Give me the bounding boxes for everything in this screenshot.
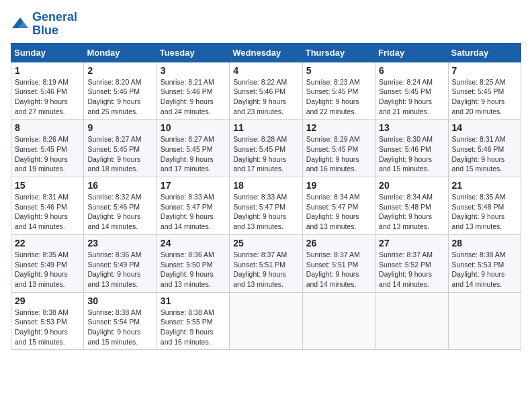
calendar-week-5: 29Sunrise: 8:38 AMSunset: 5:53 PMDayligh… xyxy=(11,292,521,350)
weekday-header-sunday: Sunday xyxy=(11,43,84,62)
calendar-week-2: 8Sunrise: 8:26 AMSunset: 5:45 PMDaylight… xyxy=(11,120,521,177)
logo-icon xyxy=(11,15,30,34)
day-info: Sunrise: 8:36 AMSunset: 5:49 PMDaylight:… xyxy=(87,250,152,289)
calendar-cell: 12Sunrise: 8:29 AMSunset: 5:45 PMDayligh… xyxy=(302,120,375,177)
day-number: 7 xyxy=(452,65,517,76)
day-number: 28 xyxy=(452,238,517,248)
day-number: 12 xyxy=(306,122,371,133)
day-info: Sunrise: 8:37 AMSunset: 5:52 PMDaylight:… xyxy=(379,250,444,289)
day-number: 19 xyxy=(306,180,371,191)
day-number: 21 xyxy=(452,180,517,191)
day-info: Sunrise: 8:28 AMSunset: 5:45 PMDaylight:… xyxy=(233,134,298,174)
calendar-cell: 31Sunrise: 8:38 AMSunset: 5:55 PMDayligh… xyxy=(157,292,229,350)
calendar-cell: 10Sunrise: 8:27 AMSunset: 5:45 PMDayligh… xyxy=(157,120,229,177)
calendar-cell: 16Sunrise: 8:32 AMSunset: 5:46 PMDayligh… xyxy=(84,177,157,235)
day-info: Sunrise: 8:31 AMSunset: 5:46 PMDaylight:… xyxy=(15,192,80,232)
day-number: 27 xyxy=(379,238,444,248)
day-info: Sunrise: 8:25 AMSunset: 5:45 PMDaylight:… xyxy=(452,77,517,117)
day-number: 26 xyxy=(306,238,371,248)
calendar-cell: 27Sunrise: 8:37 AMSunset: 5:52 PMDayligh… xyxy=(375,234,448,292)
calendar-cell: 30Sunrise: 8:38 AMSunset: 5:54 PMDayligh… xyxy=(84,292,157,350)
calendar-cell: 18Sunrise: 8:33 AMSunset: 5:47 PMDayligh… xyxy=(230,177,302,235)
day-number: 10 xyxy=(161,122,226,133)
calendar-cell: 17Sunrise: 8:33 AMSunset: 5:47 PMDayligh… xyxy=(157,177,229,235)
day-number: 22 xyxy=(15,238,80,248)
logo: General Blue xyxy=(11,11,77,38)
calendar-cell: 15Sunrise: 8:31 AMSunset: 5:46 PMDayligh… xyxy=(11,177,84,235)
day-info: Sunrise: 8:29 AMSunset: 5:45 PMDaylight:… xyxy=(306,134,371,174)
day-info: Sunrise: 8:34 AMSunset: 5:48 PMDaylight:… xyxy=(379,192,444,232)
calendar-cell: 3Sunrise: 8:21 AMSunset: 5:46 PMDaylight… xyxy=(157,62,229,120)
day-number: 2 xyxy=(87,65,152,76)
day-info: Sunrise: 8:38 AMSunset: 5:55 PMDaylight:… xyxy=(161,308,226,347)
calendar-cell: 1Sunrise: 8:19 AMSunset: 5:46 PMDaylight… xyxy=(11,62,84,120)
calendar-cell xyxy=(375,292,448,350)
calendar-cell: 8Sunrise: 8:26 AMSunset: 5:45 PMDaylight… xyxy=(11,120,84,177)
calendar-header-row: SundayMondayTuesdayWednesdayThursdayFrid… xyxy=(11,43,521,62)
day-info: Sunrise: 8:21 AMSunset: 5:46 PMDaylight:… xyxy=(161,77,226,117)
calendar-cell: 23Sunrise: 8:36 AMSunset: 5:49 PMDayligh… xyxy=(84,234,157,292)
day-number: 14 xyxy=(452,122,517,133)
calendar-cell: 2Sunrise: 8:20 AMSunset: 5:46 PMDaylight… xyxy=(84,62,157,120)
day-info: Sunrise: 8:36 AMSunset: 5:50 PMDaylight:… xyxy=(161,250,226,289)
calendar-cell: 5Sunrise: 8:23 AMSunset: 5:45 PMDaylight… xyxy=(302,62,375,120)
calendar-cell xyxy=(302,292,375,350)
calendar-cell: 9Sunrise: 8:27 AMSunset: 5:45 PMDaylight… xyxy=(84,120,157,177)
day-info: Sunrise: 8:31 AMSunset: 5:46 PMDaylight:… xyxy=(452,134,517,174)
day-number: 17 xyxy=(161,180,226,191)
calendar-cell: 28Sunrise: 8:38 AMSunset: 5:53 PMDayligh… xyxy=(448,234,521,292)
day-info: Sunrise: 8:32 AMSunset: 5:46 PMDaylight:… xyxy=(87,192,152,232)
day-info: Sunrise: 8:27 AMSunset: 5:45 PMDaylight:… xyxy=(87,134,152,174)
calendar-week-4: 22Sunrise: 8:35 AMSunset: 5:49 PMDayligh… xyxy=(11,234,521,292)
calendar-week-1: 1Sunrise: 8:19 AMSunset: 5:46 PMDaylight… xyxy=(11,62,521,120)
day-number: 20 xyxy=(379,180,444,191)
day-info: Sunrise: 8:30 AMSunset: 5:46 PMDaylight:… xyxy=(379,134,444,174)
day-number: 11 xyxy=(233,122,298,133)
day-info: Sunrise: 8:23 AMSunset: 5:45 PMDaylight:… xyxy=(306,77,371,117)
day-info: Sunrise: 8:33 AMSunset: 5:47 PMDaylight:… xyxy=(233,192,298,232)
calendar-cell: 19Sunrise: 8:34 AMSunset: 5:47 PMDayligh… xyxy=(302,177,375,235)
day-number: 29 xyxy=(15,295,80,306)
calendar-cell: 26Sunrise: 8:37 AMSunset: 5:51 PMDayligh… xyxy=(302,234,375,292)
day-number: 9 xyxy=(87,122,152,133)
calendar-cell xyxy=(448,292,521,350)
day-number: 6 xyxy=(379,65,444,76)
calendar-body: 1Sunrise: 8:19 AMSunset: 5:46 PMDaylight… xyxy=(11,62,521,350)
calendar-cell: 11Sunrise: 8:28 AMSunset: 5:45 PMDayligh… xyxy=(230,120,302,177)
day-info: Sunrise: 8:35 AMSunset: 5:48 PMDaylight:… xyxy=(452,192,517,232)
logo-text: General Blue xyxy=(32,11,77,38)
day-number: 23 xyxy=(87,238,152,248)
day-info: Sunrise: 8:24 AMSunset: 5:45 PMDaylight:… xyxy=(379,77,444,117)
day-number: 13 xyxy=(379,122,444,133)
calendar-cell: 29Sunrise: 8:38 AMSunset: 5:53 PMDayligh… xyxy=(11,292,84,350)
day-info: Sunrise: 8:38 AMSunset: 5:53 PMDaylight:… xyxy=(452,250,517,289)
day-number: 5 xyxy=(306,65,371,76)
day-number: 15 xyxy=(15,180,80,191)
calendar-week-3: 15Sunrise: 8:31 AMSunset: 5:46 PMDayligh… xyxy=(11,177,521,235)
weekday-header-saturday: Saturday xyxy=(448,43,521,62)
day-info: Sunrise: 8:20 AMSunset: 5:46 PMDaylight:… xyxy=(87,77,152,117)
day-info: Sunrise: 8:37 AMSunset: 5:51 PMDaylight:… xyxy=(233,250,298,289)
day-number: 16 xyxy=(87,180,152,191)
day-number: 25 xyxy=(233,238,298,248)
day-number: 3 xyxy=(161,65,226,76)
calendar-cell: 22Sunrise: 8:35 AMSunset: 5:49 PMDayligh… xyxy=(11,234,84,292)
day-info: Sunrise: 8:35 AMSunset: 5:49 PMDaylight:… xyxy=(15,250,80,289)
calendar-cell xyxy=(230,292,302,350)
calendar-table: SundayMondayTuesdayWednesdayThursdayFrid… xyxy=(11,43,521,351)
weekday-header-friday: Friday xyxy=(375,43,448,62)
day-info: Sunrise: 8:22 AMSunset: 5:46 PMDaylight:… xyxy=(233,77,298,117)
day-info: Sunrise: 8:38 AMSunset: 5:54 PMDaylight:… xyxy=(87,308,152,347)
day-info: Sunrise: 8:33 AMSunset: 5:47 PMDaylight:… xyxy=(161,192,226,232)
day-info: Sunrise: 8:26 AMSunset: 5:45 PMDaylight:… xyxy=(15,134,80,174)
day-info: Sunrise: 8:38 AMSunset: 5:53 PMDaylight:… xyxy=(15,308,80,347)
day-number: 1 xyxy=(15,65,80,76)
calendar-cell: 6Sunrise: 8:24 AMSunset: 5:45 PMDaylight… xyxy=(375,62,448,120)
day-info: Sunrise: 8:37 AMSunset: 5:51 PMDaylight:… xyxy=(306,250,371,289)
day-info: Sunrise: 8:19 AMSunset: 5:46 PMDaylight:… xyxy=(15,77,80,117)
day-info: Sunrise: 8:27 AMSunset: 5:45 PMDaylight:… xyxy=(161,134,226,174)
weekday-header-monday: Monday xyxy=(84,43,157,62)
calendar-cell: 25Sunrise: 8:37 AMSunset: 5:51 PMDayligh… xyxy=(230,234,302,292)
calendar-cell: 13Sunrise: 8:30 AMSunset: 5:46 PMDayligh… xyxy=(375,120,448,177)
day-info: Sunrise: 8:34 AMSunset: 5:47 PMDaylight:… xyxy=(306,192,371,232)
